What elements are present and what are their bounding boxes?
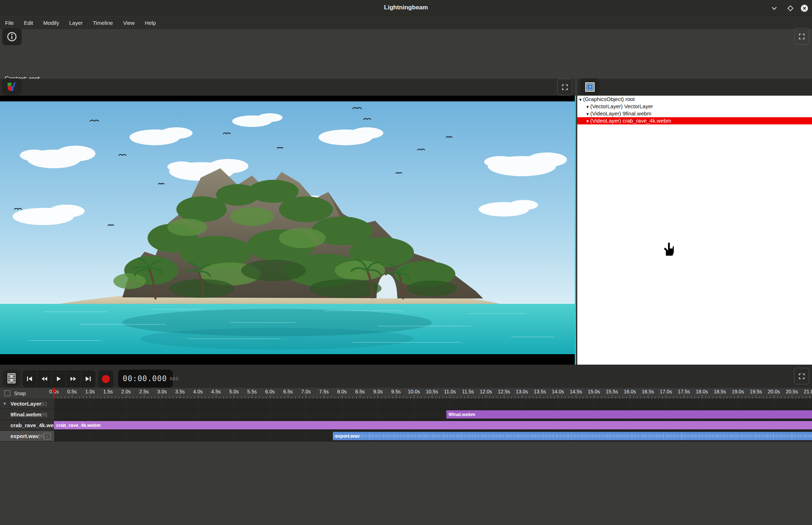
waveform-bar [637,435,638,437]
waveform-bar [792,433,792,439]
waveform-bar [736,435,736,437]
waveform-bar [783,435,784,437]
timeline-ruler[interactable]: 0.0s0.5s1.0s1.5s2.0s2.5s3.0s3.5s4.0s4.5s… [0,388,812,398]
menu-file[interactable]: File [0,17,19,28]
snap-checkbox[interactable] [4,390,10,396]
tree-item[interactable]: ▼(GraphicsObject) root [577,96,812,103]
tree-item[interactable]: ▼(VectorLayer) VectorLayer [577,103,812,110]
playhead[interactable] [54,388,54,398]
ruler-time-label: 19.0s [732,389,744,394]
audio-waveform [333,432,812,440]
menu-timeline[interactable]: Timeline [88,17,118,28]
waveform-bar [693,434,693,438]
tree-item[interactable]: ▼(VideoLayer) crab_rave_4k.webm [577,117,812,124]
track-lane[interactable] [54,398,812,409]
clip-label: crab_rave_4k.webm [54,423,101,428]
track-label-crab_rave_4k-webm[interactable]: crab_rave_4k.webm[S] [0,420,54,430]
ruler-tick [360,395,360,398]
ruler-tick [270,395,270,398]
tab-timeline[interactable] [3,370,20,387]
clip-9final-webm[interactable]: 9final.webm [446,410,812,419]
play-button[interactable] [52,370,66,387]
waveform-bar [583,435,584,437]
waveform-bar [710,434,710,438]
skip-to-end-button[interactable] [81,370,95,387]
waveform-bar [561,434,561,438]
waveform-bar [421,435,422,438]
skip-to-start-button[interactable] [23,370,37,387]
waveform-bar [558,434,558,438]
tab-stage[interactable] [2,78,22,95]
waveform-bar [486,434,487,438]
inspector-expand-button[interactable] [794,28,809,45]
close-button[interactable] [800,4,809,13]
waveform-bar [463,435,463,437]
waveform-bar [808,435,808,437]
minimize-button[interactable] [770,4,779,13]
record-button[interactable] [98,370,113,387]
menu-help[interactable]: Help [140,17,161,28]
waveform-bar [575,434,575,438]
clip-export-wav[interactable]: export.wav [333,432,812,440]
track-expand-arrow-icon[interactable]: ▼ [3,402,8,406]
waveform-bar [727,434,727,438]
waveform-bar [548,435,548,437]
menu-view[interactable]: View [118,17,140,28]
track-label-9final-webm[interactable]: 9final.webm[S] [0,409,54,420]
waveform-bar [528,434,529,438]
ruler-time-label: 1.0s [85,389,95,394]
waveform-bar [490,434,490,438]
stage-canvas[interactable] [0,96,575,365]
waveform-bar [547,434,547,438]
waveform-bar [566,435,567,437]
track-lane[interactable]: 9final.webm [54,409,812,420]
menu-edit[interactable]: Edit [19,17,38,28]
waveform-bar [802,434,802,438]
track-lane[interactable]: export.wav [54,431,812,441]
timeline-expand-button[interactable] [794,368,809,384]
waveform-bar [671,434,671,438]
menu-modify[interactable]: Modify [38,17,64,28]
fast-forward-button[interactable] [66,370,81,387]
waveform-bar [725,435,725,437]
tree-expand-arrow-icon[interactable]: ▼ [586,110,590,118]
waveform-bar [616,435,616,437]
ruler-time-label: 21.0s [804,389,812,394]
waveform-bar [607,434,608,438]
tree-expand-arrow-icon[interactable]: ▼ [586,103,590,110]
waveform-bar [619,435,619,437]
tab-library[interactable]: ? [580,78,600,95]
waveform-bar [429,434,429,438]
menu-layer[interactable]: Layer [64,17,88,28]
track-lane[interactable]: crab_rave_4k.webm [54,420,812,430]
waveform-bar [776,435,776,437]
track-label-vectorlayer[interactable]: ▼VectorLayer[L] [0,398,54,409]
ruler-tick [144,395,144,398]
stage-expand-button[interactable] [557,79,572,95]
clip-crab_rave_4k-webm[interactable]: crab_rave_4k.webm [54,421,812,429]
waveform-bar [406,435,407,438]
snap-control: Snap [4,390,26,396]
track-minus-button[interactable]: - [44,433,51,439]
waveform-bar [382,435,382,437]
waveform-bar [441,435,441,436]
waveform-bar [430,436,430,437]
tree-expand-arrow-icon[interactable]: ▼ [586,118,590,125]
tree-expand-arrow-icon[interactable]: ▼ [578,96,583,103]
track-label-export-wav[interactable]: export.wav[A]- [0,431,54,441]
waveform-bar [466,435,466,436]
fullscreen-icon [799,373,805,379]
waveform-bar [659,435,659,437]
waveform-bar [592,434,592,438]
ruler-time-label: 17.0s [660,389,672,394]
tab-inspector[interactable] [2,28,22,45]
rewind-button[interactable] [37,370,51,387]
waveform-bar [648,435,649,437]
waveform-bar [369,434,369,438]
ruler-tick [378,395,378,398]
waveform-bar [753,436,753,437]
waveform-bar [675,435,676,437]
maximize-button[interactable] [786,4,795,13]
tree-item[interactable]: ▼(VideoLayer) 9final.webm [577,110,812,117]
waveform-bar [687,435,687,437]
